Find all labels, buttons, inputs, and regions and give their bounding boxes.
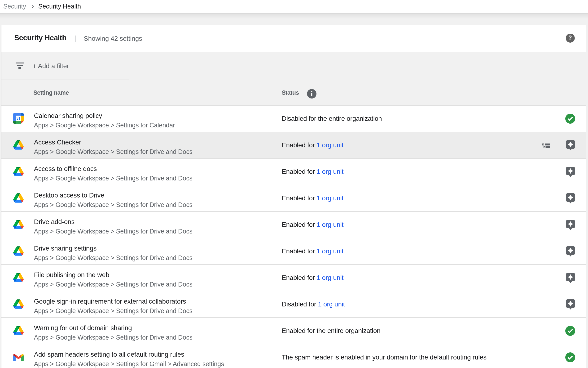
svg-text:31: 31: [16, 116, 20, 121]
